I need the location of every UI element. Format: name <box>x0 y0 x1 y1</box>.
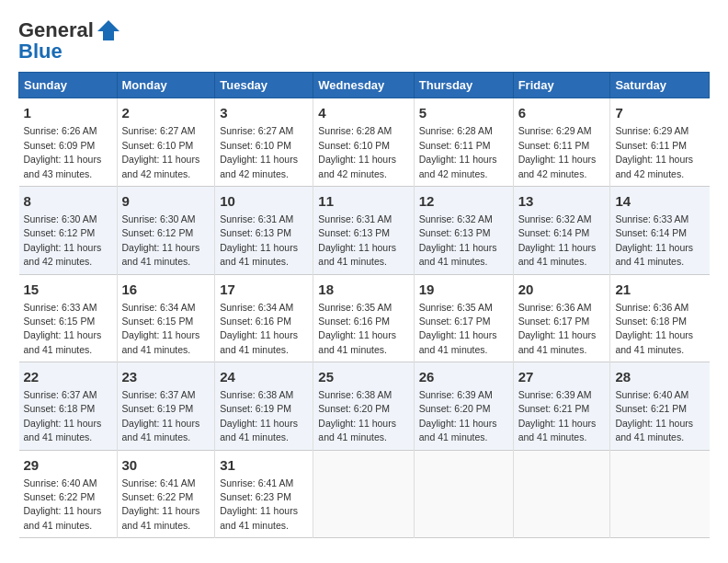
calendar-cell: 4Sunrise: 6:28 AMSunset: 6:10 PMDaylight… <box>313 98 414 187</box>
day-number: 30 <box>122 455 210 475</box>
calendar-cell: 5Sunrise: 6:28 AMSunset: 6:11 PMDaylight… <box>414 98 513 187</box>
calendar-cell: 9Sunrise: 6:30 AMSunset: 6:12 PMDaylight… <box>117 186 215 274</box>
calendar-cell: 29Sunrise: 6:40 AMSunset: 6:22 PMDayligh… <box>19 450 118 538</box>
calendar-cell: 24Sunrise: 6:38 AMSunset: 6:19 PMDayligh… <box>215 362 313 451</box>
day-info: Sunrise: 6:35 AMSunset: 6:17 PMDaylight:… <box>419 302 497 355</box>
day-info: Sunrise: 6:29 AMSunset: 6:11 PMDaylight:… <box>615 125 693 178</box>
weekday-header-monday: Monday <box>117 73 215 98</box>
day-info: Sunrise: 6:28 AMSunset: 6:11 PMDaylight:… <box>419 125 497 178</box>
calendar-cell: 6Sunrise: 6:29 AMSunset: 6:11 PMDaylight… <box>513 98 610 187</box>
calendar-cell: 12Sunrise: 6:32 AMSunset: 6:13 PMDayligh… <box>414 186 513 274</box>
calendar-cell: 17Sunrise: 6:34 AMSunset: 6:16 PMDayligh… <box>215 274 313 362</box>
day-number: 6 <box>518 103 606 122</box>
calendar-cell: 11Sunrise: 6:31 AMSunset: 6:13 PMDayligh… <box>313 186 414 274</box>
day-number: 31 <box>220 455 308 475</box>
week-row-3: 15Sunrise: 6:33 AMSunset: 6:15 PMDayligh… <box>19 274 710 362</box>
day-info: Sunrise: 6:40 AMSunset: 6:21 PMDaylight:… <box>615 389 693 442</box>
weekday-header-saturday: Saturday <box>610 73 710 98</box>
day-info: Sunrise: 6:35 AMSunset: 6:16 PMDaylight:… <box>318 302 396 355</box>
logo: General Blue <box>18 18 121 63</box>
day-info: Sunrise: 6:33 AMSunset: 6:14 PMDaylight:… <box>615 213 693 267</box>
day-number: 16 <box>122 280 210 299</box>
day-info: Sunrise: 6:28 AMSunset: 6:10 PMDaylight:… <box>318 125 396 178</box>
day-number: 22 <box>24 367 112 386</box>
calendar-cell: 21Sunrise: 6:36 AMSunset: 6:18 PMDayligh… <box>610 274 710 362</box>
day-info: Sunrise: 6:39 AMSunset: 6:21 PMDaylight:… <box>518 389 597 442</box>
calendar-cell: 30Sunrise: 6:41 AMSunset: 6:22 PMDayligh… <box>117 450 215 538</box>
calendar-cell: 26Sunrise: 6:39 AMSunset: 6:20 PMDayligh… <box>414 362 513 451</box>
day-number: 15 <box>24 280 112 299</box>
day-number: 28 <box>615 367 704 386</box>
calendar-cell <box>610 450 710 538</box>
svg-marker-0 <box>97 20 119 40</box>
day-number: 8 <box>24 191 112 211</box>
week-row-4: 22Sunrise: 6:37 AMSunset: 6:18 PMDayligh… <box>19 362 710 451</box>
day-info: Sunrise: 6:32 AMSunset: 6:13 PMDaylight:… <box>419 213 497 267</box>
calendar-cell: 31Sunrise: 6:41 AMSunset: 6:23 PMDayligh… <box>215 450 313 538</box>
calendar-cell: 18Sunrise: 6:35 AMSunset: 6:16 PMDayligh… <box>313 274 414 362</box>
day-number: 1 <box>24 103 112 122</box>
day-number: 9 <box>122 191 210 211</box>
week-row-5: 29Sunrise: 6:40 AMSunset: 6:22 PMDayligh… <box>19 450 710 538</box>
calendar-cell: 2Sunrise: 6:27 AMSunset: 6:10 PMDaylight… <box>117 98 215 187</box>
logo-icon <box>96 18 121 44</box>
day-info: Sunrise: 6:38 AMSunset: 6:19 PMDaylight:… <box>220 389 298 442</box>
calendar-cell: 7Sunrise: 6:29 AMSunset: 6:11 PMDaylight… <box>610 98 710 187</box>
day-info: Sunrise: 6:33 AMSunset: 6:15 PMDaylight:… <box>24 302 102 355</box>
weekday-header-sunday: Sunday <box>19 73 118 98</box>
calendar-cell: 25Sunrise: 6:38 AMSunset: 6:20 PMDayligh… <box>313 362 414 451</box>
week-row-1: 1Sunrise: 6:26 AMSunset: 6:09 PMDaylight… <box>19 98 710 187</box>
day-number: 7 <box>615 103 704 122</box>
weekday-header-thursday: Thursday <box>414 73 513 98</box>
day-number: 19 <box>419 280 508 299</box>
day-number: 25 <box>318 367 408 386</box>
weekday-header-row: SundayMondayTuesdayWednesdayThursdayFrid… <box>19 73 710 98</box>
calendar-cell: 19Sunrise: 6:35 AMSunset: 6:17 PMDayligh… <box>414 274 513 362</box>
day-info: Sunrise: 6:41 AMSunset: 6:23 PMDaylight:… <box>220 477 298 531</box>
day-number: 17 <box>220 280 308 299</box>
day-number: 18 <box>318 280 408 299</box>
day-info: Sunrise: 6:36 AMSunset: 6:18 PMDaylight:… <box>615 302 693 355</box>
day-info: Sunrise: 6:38 AMSunset: 6:20 PMDaylight:… <box>318 389 396 442</box>
calendar-cell: 22Sunrise: 6:37 AMSunset: 6:18 PMDayligh… <box>19 362 118 451</box>
day-info: Sunrise: 6:37 AMSunset: 6:18 PMDaylight:… <box>24 389 102 442</box>
calendar-cell <box>313 450 414 538</box>
day-number: 2 <box>122 103 210 122</box>
calendar-cell: 20Sunrise: 6:36 AMSunset: 6:17 PMDayligh… <box>513 274 610 362</box>
day-number: 4 <box>318 103 408 122</box>
day-info: Sunrise: 6:30 AMSunset: 6:12 PMDaylight:… <box>24 213 102 267</box>
day-info: Sunrise: 6:27 AMSunset: 6:10 PMDaylight:… <box>220 125 298 178</box>
day-info: Sunrise: 6:39 AMSunset: 6:20 PMDaylight:… <box>419 389 497 442</box>
day-info: Sunrise: 6:31 AMSunset: 6:13 PMDaylight:… <box>318 213 396 267</box>
day-number: 29 <box>24 455 112 475</box>
weekday-header-friday: Friday <box>513 73 610 98</box>
day-number: 20 <box>518 280 606 299</box>
calendar-cell: 13Sunrise: 6:32 AMSunset: 6:14 PMDayligh… <box>513 186 610 274</box>
day-info: Sunrise: 6:36 AMSunset: 6:17 PMDaylight:… <box>518 302 597 355</box>
day-number: 21 <box>615 280 704 299</box>
day-number: 10 <box>220 191 308 211</box>
day-info: Sunrise: 6:41 AMSunset: 6:22 PMDaylight:… <box>122 477 200 531</box>
day-number: 23 <box>122 367 210 386</box>
calendar-cell: 15Sunrise: 6:33 AMSunset: 6:15 PMDayligh… <box>19 274 118 362</box>
day-number: 5 <box>419 103 508 122</box>
day-info: Sunrise: 6:29 AMSunset: 6:11 PMDaylight:… <box>518 125 597 178</box>
calendar-cell: 14Sunrise: 6:33 AMSunset: 6:14 PMDayligh… <box>610 186 710 274</box>
calendar-cell: 3Sunrise: 6:27 AMSunset: 6:10 PMDaylight… <box>215 98 313 187</box>
day-info: Sunrise: 6:34 AMSunset: 6:15 PMDaylight:… <box>122 302 200 355</box>
calendar-cell: 16Sunrise: 6:34 AMSunset: 6:15 PMDayligh… <box>117 274 215 362</box>
day-info: Sunrise: 6:37 AMSunset: 6:19 PMDaylight:… <box>122 389 200 442</box>
page-header: General Blue <box>18 18 710 63</box>
calendar-cell: 8Sunrise: 6:30 AMSunset: 6:12 PMDaylight… <box>19 186 118 274</box>
day-info: Sunrise: 6:31 AMSunset: 6:13 PMDaylight:… <box>220 213 298 267</box>
day-number: 3 <box>220 103 308 122</box>
day-number: 11 <box>318 191 408 211</box>
calendar-cell: 23Sunrise: 6:37 AMSunset: 6:19 PMDayligh… <box>117 362 215 451</box>
day-number: 14 <box>615 191 704 211</box>
calendar-cell <box>513 450 610 538</box>
weekday-header-wednesday: Wednesday <box>313 73 414 98</box>
calendar-cell: 27Sunrise: 6:39 AMSunset: 6:21 PMDayligh… <box>513 362 610 451</box>
calendar-cell: 10Sunrise: 6:31 AMSunset: 6:13 PMDayligh… <box>215 186 313 274</box>
day-info: Sunrise: 6:32 AMSunset: 6:14 PMDaylight:… <box>518 213 597 267</box>
day-number: 12 <box>419 191 508 211</box>
